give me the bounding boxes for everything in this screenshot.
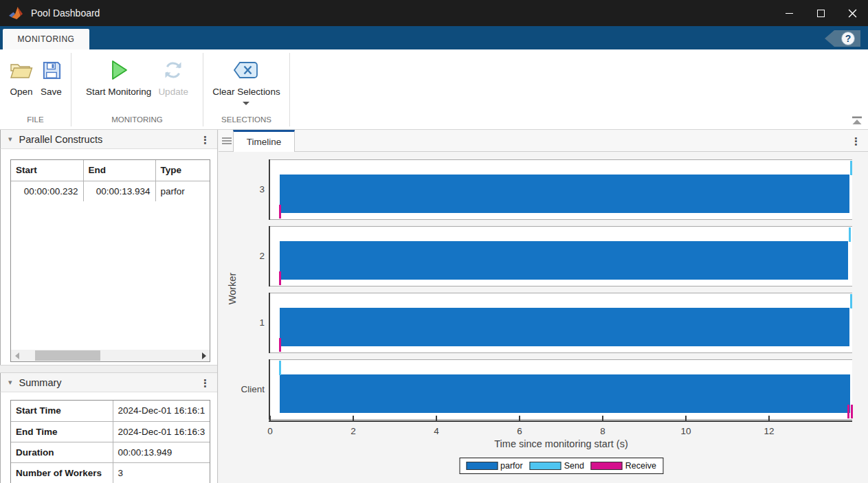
main-area: ▾ Parallel Constructs ⋮ StartEndType00:0…: [0, 130, 868, 483]
section-label-selections: SELECTIONS: [203, 113, 289, 126]
x-axis-label: Time since monitoring start (s): [494, 438, 627, 449]
x-tick: [602, 416, 603, 420]
collapse-panel-icon[interactable]: ▾: [8, 135, 12, 144]
x-tick-label: 4: [434, 426, 439, 436]
legend-item: parfor: [466, 461, 530, 471]
table-row[interactable]: 00:00:00.23200:00:13.934parfor: [11, 181, 210, 201]
dropdown-caret-icon[interactable]: [243, 102, 249, 105]
help-question-icon: ?: [841, 32, 855, 45]
collapse-panel-icon[interactable]: ▾: [8, 378, 12, 387]
receive-marker[interactable]: [279, 338, 281, 352]
column-header-type[interactable]: Type: [155, 160, 210, 181]
save-button[interactable]: Save: [41, 57, 62, 97]
close-icon: [848, 9, 857, 18]
receive-marker[interactable]: [279, 205, 281, 218]
section-label-file: FILE: [0, 113, 71, 126]
parfor-bar[interactable]: [280, 308, 849, 346]
send-marker[interactable]: [850, 161, 852, 175]
vertical-dots-icon[interactable]: ⋮: [200, 134, 210, 144]
x-tick: [353, 416, 354, 420]
open-button[interactable]: Open: [9, 57, 34, 97]
summary-row: Duration00:00:13.949: [11, 442, 210, 462]
parallel-constructs-title: Parallel Constructs: [19, 134, 103, 145]
summary-value: 2024-Dec-01 16:16:1: [113, 401, 210, 421]
start-monitoring-button[interactable]: Start Monitoring: [86, 57, 151, 97]
save-floppy-icon: [41, 57, 62, 83]
matlab-logo-icon: [8, 6, 23, 20]
send-marker[interactable]: [279, 361, 281, 375]
panel-splitter[interactable]: [0, 365, 217, 373]
x-tick-label: 8: [600, 426, 605, 436]
close-button[interactable]: [836, 0, 868, 26]
summary-value: 3: [113, 462, 210, 483]
ribbon-section-monitoring: Start Monitoring Update MONITORING: [71, 53, 203, 126]
tab-timeline[interactable]: Timeline: [233, 130, 295, 152]
ribbon-tabstrip: MONITORING ?: [0, 26, 868, 49]
summary-label: Duration: [11, 442, 113, 462]
y-tick-label: 1: [219, 293, 265, 353]
grip-lines-icon[interactable]: [222, 135, 232, 146]
parfor-bar[interactable]: [280, 241, 848, 280]
summary-label: End Time: [11, 421, 113, 442]
x-tick-label: 2: [350, 426, 356, 436]
receive-marker[interactable]: [279, 271, 281, 285]
refresh-icon: [162, 57, 184, 83]
update-button[interactable]: Update: [158, 57, 188, 97]
summary-row: Number of Workers3: [11, 462, 210, 483]
x-tick: [685, 416, 687, 420]
legend-item: Send: [530, 461, 591, 471]
table-cell: 00:00:00.232: [11, 181, 83, 201]
receive-marker[interactable]: [847, 405, 849, 418]
summary-title: Summary: [19, 377, 62, 388]
tab-monitoring[interactable]: MONITORING: [3, 29, 89, 49]
update-label: Update: [158, 87, 188, 97]
send-marker[interactable]: [850, 294, 852, 308]
minimize-icon: [786, 13, 793, 14]
x-tick: [436, 416, 437, 420]
parallel-constructs-header: ▾ Parallel Constructs ⋮: [0, 130, 217, 149]
open-button-label: Open: [10, 87, 32, 97]
ribbon: Open Save FILE: [0, 49, 868, 130]
timeline-tabbar: Timeline ⋮: [219, 130, 868, 152]
summary-value: 00:00:13.949: [113, 442, 210, 462]
clear-selections-label: Clear Selections: [212, 87, 280, 97]
x-tick-label: 6: [517, 426, 522, 436]
collapse-ribbon-button[interactable]: [852, 116, 863, 125]
table-cell: parfor: [155, 181, 210, 201]
parallel-constructs-table: StartEndType00:00:00.23200:00:13.934parf…: [10, 159, 210, 362]
x-tick-label: 0: [267, 426, 273, 436]
vertical-dots-icon[interactable]: ⋮: [851, 135, 861, 146]
receive-marker[interactable]: [851, 405, 853, 418]
summary-body: Start Time2024-Dec-01 16:16:1End Time202…: [0, 392, 217, 483]
chart-legend: parforSendReceive: [459, 458, 663, 474]
x-axis-line: [269, 420, 852, 422]
minimize-button[interactable]: [773, 0, 805, 26]
parfor-bar[interactable]: [280, 374, 850, 413]
scrollbar-thumb[interactable]: [35, 350, 100, 361]
open-folder-icon: [9, 57, 34, 83]
x-tick: [519, 416, 520, 420]
vertical-dots-icon[interactable]: ⋮: [200, 377, 210, 387]
scroll-left-arrow-icon[interactable]: [11, 350, 23, 361]
y-tick-label: 3: [219, 159, 265, 220]
ribbon-section-selections: Clear Selections SELECTIONS: [203, 53, 290, 126]
scrollbar-track[interactable]: [23, 350, 198, 361]
maximize-button[interactable]: [805, 0, 836, 26]
legend-label: parfor: [500, 461, 523, 471]
send-marker[interactable]: [849, 227, 851, 242]
maximize-icon: [817, 10, 825, 17]
clear-selections-button[interactable]: Clear Selections: [212, 57, 280, 105]
column-header-end[interactable]: End: [83, 160, 155, 181]
legend-item: Receive: [591, 461, 656, 471]
summary-value: 2024-Dec-01 16:16:3: [113, 421, 210, 442]
legend-label: Send: [564, 461, 584, 471]
column-header-start[interactable]: Start: [11, 160, 83, 181]
parfor-bar[interactable]: [280, 175, 849, 213]
section-label-monitoring: MONITORING: [71, 113, 203, 126]
scroll-right-arrow-icon[interactable]: [198, 350, 210, 361]
play-icon: [109, 57, 129, 83]
start-monitoring-label: Start Monitoring: [86, 87, 151, 97]
save-button-label: Save: [41, 87, 62, 97]
help-button[interactable]: ?: [825, 30, 860, 47]
horizontal-scrollbar[interactable]: [11, 350, 210, 361]
